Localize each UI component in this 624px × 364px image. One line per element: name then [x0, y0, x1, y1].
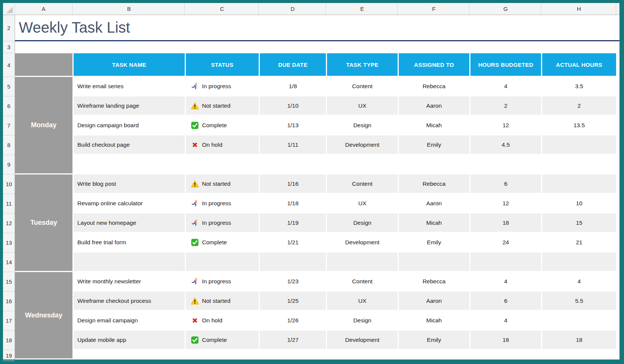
- empty-cell[interactable]: [470, 253, 541, 271]
- hours-budgeted-cell[interactable]: 4: [470, 311, 541, 329]
- status-cell[interactable]: Not started: [186, 292, 259, 310]
- hours-budgeted-cell[interactable]: 2: [470, 96, 541, 115]
- row-header-4[interactable]: 4: [3, 53, 15, 77]
- status-cell[interactable]: On hold: [186, 135, 259, 154]
- empty-cell[interactable]: [74, 155, 185, 173]
- task-type-cell[interactable]: Content: [327, 77, 398, 95]
- row-header-12[interactable]: 12: [3, 214, 15, 233]
- hours-budgeted-cell[interactable]: 24: [470, 233, 541, 251]
- header-status[interactable]: STATUS: [186, 53, 259, 76]
- actual-hours-cell[interactable]: 3.5: [542, 77, 616, 95]
- select-all-corner[interactable]: [3, 3, 15, 15]
- sheet-title[interactable]: Weekly Task List: [15, 15, 619, 41]
- column-header-g[interactable]: G: [470, 3, 541, 15]
- row-header-9[interactable]: 9: [3, 155, 15, 174]
- row-header-15[interactable]: 15: [3, 272, 15, 292]
- task-type-cell[interactable]: Development: [327, 233, 398, 251]
- actual-hours-cell[interactable]: 13.5: [542, 116, 616, 134]
- empty-cell[interactable]: [399, 253, 469, 271]
- due-date-cell[interactable]: 1/18: [260, 194, 326, 212]
- task-name-cell[interactable]: Design email campaign: [74, 311, 185, 329]
- assigned-to-cell[interactable]: Rebecca: [399, 77, 469, 95]
- row-header-2[interactable]: 2: [3, 15, 15, 41]
- due-date-cell[interactable]: 1/11: [260, 135, 326, 154]
- due-date-cell[interactable]: 1/21: [260, 233, 326, 251]
- assigned-to-cell[interactable]: Emily: [399, 233, 469, 251]
- hours-budgeted-cell[interactable]: 6: [470, 292, 541, 310]
- column-header-b[interactable]: B: [74, 3, 185, 15]
- assigned-to-cell[interactable]: Micah: [399, 214, 469, 232]
- empty-cell[interactable]: [327, 155, 398, 173]
- empty-cell[interactable]: [542, 253, 616, 271]
- empty-cell[interactable]: [260, 253, 326, 271]
- empty-cell[interactable]: [186, 350, 259, 358]
- assigned-to-cell[interactable]: Emily: [399, 135, 469, 154]
- actual-hours-cell[interactable]: 10: [542, 194, 616, 212]
- empty-cell[interactable]: [470, 155, 541, 173]
- task-name-cell[interactable]: Write blog post: [74, 174, 185, 193]
- empty-cell[interactable]: [327, 253, 398, 271]
- task-name-cell[interactable]: Wireframe checkout process: [74, 292, 185, 310]
- row-header-14[interactable]: 14: [3, 253, 15, 272]
- assigned-to-cell[interactable]: Aaron: [399, 96, 469, 115]
- empty-cell[interactable]: [260, 350, 326, 358]
- header-task-name[interactable]: TASK NAME: [74, 53, 185, 76]
- task-type-cell[interactable]: Development: [327, 135, 398, 154]
- status-cell[interactable]: Complete: [186, 233, 259, 251]
- assigned-to-cell[interactable]: Aaron: [399, 292, 469, 310]
- row-header-7[interactable]: 7: [3, 116, 15, 135]
- empty-cell[interactable]: [186, 253, 259, 271]
- day-cell-tuesday[interactable]: Tuesday: [15, 174, 72, 271]
- status-cell[interactable]: Complete: [186, 116, 259, 134]
- hours-budgeted-cell[interactable]: 4: [470, 272, 541, 290]
- assigned-to-cell[interactable]: Rebecca: [399, 174, 469, 193]
- column-header-d[interactable]: D: [260, 3, 326, 15]
- empty-row-3[interactable]: [15, 41, 619, 53]
- header-hours-budgeted[interactable]: HOURS BUDGETED: [470, 53, 541, 76]
- status-cell[interactable]: In progress: [186, 77, 259, 95]
- task-type-cell[interactable]: Design: [327, 116, 398, 134]
- assigned-to-cell[interactable]: Rebecca: [399, 272, 469, 290]
- status-cell[interactable]: In progress: [186, 194, 259, 212]
- actual-hours-cell[interactable]: [542, 311, 616, 329]
- actual-hours-cell[interactable]: [542, 135, 616, 154]
- status-cell[interactable]: In progress: [186, 214, 259, 232]
- assigned-to-cell[interactable]: Micah: [399, 116, 469, 134]
- row-header-17[interactable]: 17: [3, 311, 15, 331]
- row-header-10[interactable]: 10: [3, 174, 15, 194]
- hours-budgeted-cell[interactable]: 4: [470, 77, 541, 95]
- task-name-cell[interactable]: Revamp online calculator: [74, 194, 185, 212]
- column-header-h[interactable]: H: [542, 3, 616, 15]
- row-header-5[interactable]: 5: [3, 77, 15, 96]
- actual-hours-cell[interactable]: 18: [542, 331, 616, 349]
- row-header-11[interactable]: 11: [3, 194, 15, 214]
- row-header-3[interactable]: 3: [3, 41, 15, 53]
- task-name-cell[interactable]: Design campaign board: [74, 116, 185, 134]
- hours-budgeted-cell[interactable]: 18: [470, 214, 541, 232]
- task-name-cell[interactable]: Wireframe landing page: [74, 96, 185, 115]
- due-date-cell[interactable]: 1/10: [260, 96, 326, 115]
- hours-budgeted-cell[interactable]: 4.5: [470, 135, 541, 154]
- row-header-16[interactable]: 16: [3, 292, 15, 311]
- task-type-cell[interactable]: Design: [327, 214, 398, 232]
- status-cell[interactable]: Not started: [186, 96, 259, 115]
- empty-cell[interactable]: [470, 350, 541, 358]
- actual-hours-cell[interactable]: 2: [542, 96, 616, 115]
- assigned-to-cell[interactable]: Emily: [399, 331, 469, 349]
- row-header-18[interactable]: 18: [3, 331, 15, 350]
- empty-cell[interactable]: [399, 155, 469, 173]
- column-header-a[interactable]: A: [15, 3, 72, 15]
- header-corner-cell[interactable]: [15, 53, 72, 76]
- due-date-cell[interactable]: 1/25: [260, 292, 326, 310]
- task-type-cell[interactable]: Content: [327, 174, 398, 193]
- task-name-cell[interactable]: Write monthly newsletter: [74, 272, 185, 290]
- due-date-cell[interactable]: 1/13: [260, 116, 326, 134]
- column-header-partial[interactable]: [617, 3, 619, 15]
- empty-cell[interactable]: [186, 155, 259, 173]
- status-cell[interactable]: In progress: [186, 272, 259, 290]
- column-header-e[interactable]: E: [327, 3, 398, 15]
- header-actual-hours[interactable]: ACTUAL HOURS: [542, 53, 616, 76]
- status-cell[interactable]: Complete: [186, 331, 259, 349]
- task-name-cell[interactable]: Build free trial form: [74, 233, 185, 251]
- hours-budgeted-cell[interactable]: 6: [470, 174, 541, 193]
